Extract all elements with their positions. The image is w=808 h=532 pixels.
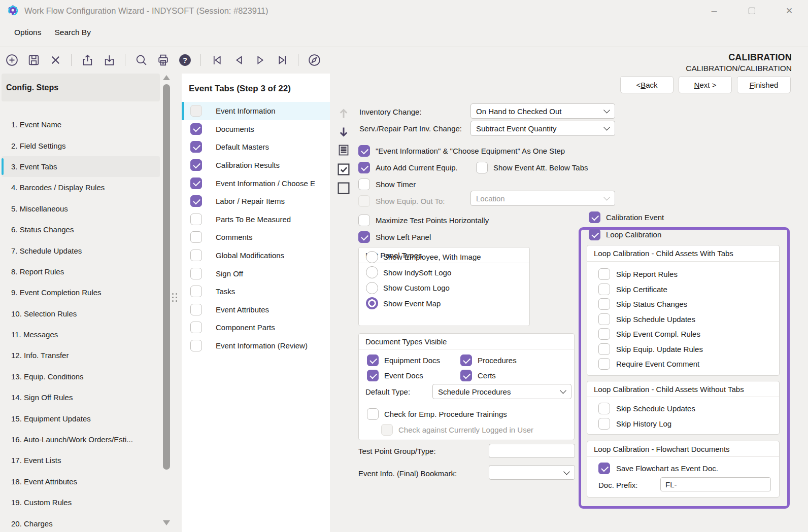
skip-option-checkbox[interactable] — [598, 358, 610, 370]
skip-option-checkbox[interactable] — [598, 268, 610, 280]
one-step-checkbox[interactable] — [358, 145, 370, 157]
sidebar-step-item[interactable]: 1. Event Name — [2, 114, 160, 135]
check-logged-user-checkbox[interactable] — [381, 424, 393, 436]
sidebar-scrollbar-thumb[interactable] — [163, 84, 170, 470]
certs-checkbox[interactable] — [460, 370, 472, 381]
back-button[interactable]: < Back — [620, 76, 674, 93]
sidebar-step-item[interactable]: 10. Selection Rules — [2, 303, 160, 324]
sidebar-scroll-down-icon[interactable] — [163, 520, 170, 525]
save-button[interactable] — [26, 52, 41, 67]
event-tab-checkbox[interactable] — [190, 178, 202, 189]
calibration-event-checkbox[interactable] — [589, 211, 600, 223]
bookmark-select[interactable] — [489, 465, 575, 480]
event-tab-row[interactable]: Parts To Be Measured — [182, 210, 330, 229]
skip-option-checkbox[interactable] — [598, 403, 610, 414]
sidebar-step-item[interactable]: 7. Schedule Updates — [2, 240, 160, 261]
event-tab-row[interactable]: Event Attributes — [182, 301, 330, 319]
inventory-change-select[interactable]: On Hand to Checked Out — [470, 103, 615, 119]
skip-option-checkbox[interactable] — [598, 298, 610, 310]
skip-option-row[interactable]: Skip Schedule Updates — [598, 401, 790, 416]
maximize-button[interactable] — [733, 0, 770, 21]
event-tab-checkbox[interactable] — [190, 250, 202, 261]
menu-options[interactable]: Options — [14, 28, 41, 37]
event-tab-checkbox[interactable] — [190, 141, 202, 153]
import-button[interactable] — [102, 52, 117, 67]
serv-repair-select[interactable]: Subtract Event Quantity — [470, 121, 615, 136]
check-trainings-checkbox[interactable] — [367, 408, 379, 420]
event-tab-row[interactable]: Event Information — [182, 102, 330, 120]
show-equip-out-checkbox[interactable] — [358, 195, 370, 207]
previous-record-button[interactable] — [231, 52, 246, 67]
event-tab-row[interactable]: Comments — [182, 228, 330, 246]
sidebar-step-item[interactable]: 11. Messages — [2, 324, 160, 345]
sidebar-step-item[interactable]: 17. Event Lists — [2, 450, 160, 471]
delete-button[interactable] — [48, 52, 63, 67]
auto-add-checkbox[interactable] — [358, 162, 370, 173]
sidebar-step-item[interactable]: 5. Miscellaneous — [2, 198, 160, 219]
event-tab-row[interactable]: Event Information (Review) — [182, 337, 330, 355]
panel-splitter-grip[interactable] — [172, 293, 178, 303]
skip-option-checkbox[interactable] — [598, 328, 610, 340]
uncheck-all-button[interactable] — [335, 180, 352, 196]
sidebar-step-item[interactable]: 18. Event Attributes — [2, 471, 160, 492]
skip-option-checkbox[interactable] — [598, 283, 610, 295]
menu-search-by[interactable]: Search By — [54, 28, 91, 37]
show-event-att-checkbox[interactable] — [476, 162, 488, 173]
sidebar-step-item[interactable]: 16. Auto-Launch/Work Orders/Esti... — [2, 429, 160, 450]
left-panel-type-option[interactable]: Show Custom Logo — [366, 282, 536, 294]
show-left-panel-checkbox[interactable] — [358, 231, 370, 243]
finished-button[interactable]: Finished — [737, 76, 791, 93]
event-tab-checkbox[interactable] — [190, 105, 202, 117]
move-up-button[interactable] — [336, 107, 351, 121]
skip-option-row[interactable]: Skip Certificate — [598, 282, 790, 297]
event-tab-checkbox[interactable] — [190, 340, 202, 351]
skip-option-row[interactable]: Skip Equip. Update Rules — [598, 342, 790, 357]
event-tab-row[interactable]: Event Information / Choose E — [182, 174, 330, 192]
skip-option-checkbox[interactable] — [598, 313, 610, 325]
event-tab-checkbox[interactable] — [190, 231, 202, 243]
sidebar-step-item[interactable]: 15. Equipment Updates — [2, 408, 160, 429]
event-tab-checkbox[interactable] — [190, 123, 202, 135]
sidebar-step-item[interactable]: 2. Field Settings — [2, 135, 160, 156]
left-panel-type-option[interactable]: Show IndySoft Logo — [366, 266, 536, 278]
event-tab-checkbox[interactable] — [190, 214, 202, 225]
event-tab-checkbox[interactable] — [190, 195, 202, 207]
sidebar-step-item[interactable]: 6. Status Changes — [2, 219, 160, 240]
skip-option-row[interactable]: Skip Report Rules — [598, 267, 790, 282]
event-tab-row[interactable]: Calibration Results — [182, 156, 330, 174]
event-tab-checkbox[interactable] — [190, 322, 202, 333]
help-button[interactable]: ? — [177, 52, 192, 67]
document-properties-button[interactable] — [336, 143, 351, 157]
search-button[interactable] — [133, 52, 149, 67]
event-tab-row[interactable]: Labor / Repair Items — [182, 192, 330, 210]
doc-prefix-input[interactable] — [660, 477, 771, 491]
event-tab-checkbox[interactable] — [190, 286, 202, 297]
skip-option-checkbox[interactable] — [598, 418, 610, 430]
event-tab-checkbox[interactable] — [190, 268, 202, 279]
next-button[interactable]: Next > — [679, 76, 732, 93]
new-button[interactable] — [4, 52, 19, 67]
sidebar-scroll-up-icon[interactable] — [163, 75, 170, 80]
export-button[interactable] — [80, 52, 95, 67]
first-record-button[interactable] — [209, 52, 224, 67]
close-button[interactable]: ✕ — [770, 0, 808, 21]
move-down-button[interactable] — [336, 125, 351, 139]
event-docs-checkbox[interactable] — [367, 370, 379, 381]
procedures-checkbox[interactable] — [460, 354, 472, 366]
show-timer-checkbox[interactable] — [358, 179, 370, 190]
default-type-select[interactable]: Schedule Procedures — [432, 384, 571, 399]
sidebar-step-item[interactable]: 4. Barcodes / Display Rules — [2, 177, 160, 198]
sidebar-step-item[interactable]: 8. Report Rules — [2, 261, 160, 282]
skip-option-checkbox[interactable] — [598, 343, 610, 355]
loop-calibration-checkbox[interactable] — [589, 229, 600, 240]
skip-option-row[interactable]: Skip Schedule Updates — [598, 312, 790, 327]
left-panel-type-option[interactable]: Show Employee, With Image — [366, 251, 536, 263]
sidebar-step-item[interactable]: 19. Custom Rules — [2, 492, 160, 513]
sidebar-step-item[interactable]: 20. Charges — [2, 513, 160, 532]
event-tab-checkbox[interactable] — [190, 159, 202, 171]
test-point-input[interactable] — [489, 444, 575, 458]
radio-button[interactable] — [366, 297, 378, 309]
save-flowchart-checkbox[interactable] — [598, 463, 610, 474]
check-all-button[interactable] — [335, 161, 352, 178]
next-record-button[interactable] — [253, 52, 268, 67]
